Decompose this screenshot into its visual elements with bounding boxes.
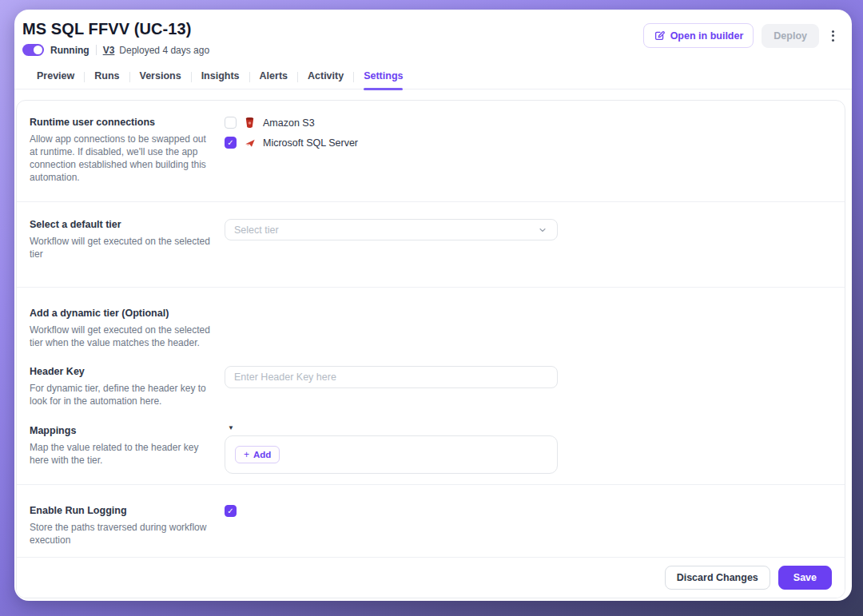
tab-preview[interactable]: Preview — [37, 66, 74, 89]
connection-label: Amazon S3 — [263, 117, 315, 129]
tab-separator — [191, 72, 192, 82]
tab-activity[interactable]: Activity — [308, 66, 344, 89]
header-key-input[interactable] — [225, 366, 558, 388]
tab-separator — [84, 72, 85, 82]
connection-label: Microsoft SQL Server — [263, 137, 358, 149]
section-dynamic-tier: Add a dynamic tier (Optional) Workflow w… — [17, 288, 845, 354]
tab-insights[interactable]: Insights — [201, 66, 240, 89]
section-title: Enable Run Logging — [30, 505, 215, 516]
deployed-text: Deployed 4 days ago — [119, 45, 209, 56]
sql-server-icon — [244, 137, 256, 149]
app-window: MS SQL FFVV (UC-13) Running V3 Deployed … — [14, 10, 852, 601]
open-in-builder-label: Open in builder — [670, 30, 744, 42]
header-left: MS SQL FFVV (UC-13) Running V3 Deployed … — [22, 20, 209, 56]
run-logging-checkbox[interactable] — [225, 505, 237, 517]
settings-card-body: Runtime user connections Allow app conne… — [17, 101, 845, 557]
section-description: Store the paths traversed during workflo… — [30, 521, 215, 546]
header-actions: Open in builder Deploy — [643, 20, 839, 48]
add-mapping-button[interactable]: + Add — [235, 446, 280, 463]
tab-separator — [249, 72, 250, 82]
status-label: Running — [50, 45, 89, 56]
chevron-down-icon — [536, 224, 548, 236]
section-description: Map the value related to the header key … — [30, 441, 215, 467]
section-default-tier: Select a default tier Workflow will get … — [17, 202, 845, 288]
add-mapping-label: Add — [253, 450, 271, 459]
sql-server-checkbox[interactable] — [225, 137, 237, 149]
section-title: Runtime user connections — [30, 117, 215, 128]
tier-select[interactable]: Select tier — [225, 219, 558, 240]
open-in-builder-button[interactable]: Open in builder — [643, 23, 754, 48]
mappings-box: + Add — [225, 435, 558, 474]
connection-option-sql-server: Microsoft SQL Server — [225, 137, 832, 149]
section-header-key: Header Key For dynamic tier, define the … — [17, 354, 845, 412]
plus-icon: + — [244, 450, 249, 459]
app-header: MS SQL FFVV (UC-13) Running V3 Deployed … — [14, 10, 852, 56]
section-title: Select a default tier — [30, 219, 215, 230]
section-run-logging: Enable Run Logging Store the paths trave… — [17, 485, 845, 551]
kebab-menu-icon[interactable] — [827, 27, 839, 45]
edit-pencil-icon — [654, 30, 666, 42]
section-title: Add a dynamic tier (Optional) — [30, 308, 215, 319]
section-description: Workflow will get executed on the select… — [30, 235, 215, 260]
settings-card: Runtime user connections Allow app conne… — [16, 100, 845, 598]
section-description: Allow app connections to be swapped out … — [30, 133, 215, 184]
amazon-s3-checkbox[interactable] — [225, 117, 237, 129]
tab-runs[interactable]: Runs — [94, 66, 119, 89]
section-description: Workflow will get executed on the select… — [30, 324, 215, 349]
tab-alerts[interactable]: Alerts — [260, 66, 288, 89]
section-node-logging: Enable Node Level Logging Store the inpu… — [17, 551, 845, 557]
save-button[interactable]: Save — [778, 566, 832, 590]
toggle-knob — [34, 46, 42, 54]
running-toggle[interactable] — [22, 44, 44, 56]
connection-option-amazon-s3: Amazon S3 — [225, 117, 832, 129]
section-mappings: Mappings Map the value related to the he… — [17, 412, 845, 485]
tier-select-placeholder: Select tier — [234, 225, 279, 236]
status-divider — [96, 45, 97, 55]
tab-separator — [353, 72, 354, 82]
amazon-s3-icon — [244, 117, 256, 129]
tab-settings[interactable]: Settings — [364, 66, 403, 89]
section-description: For dynamic tier, define the header key … — [30, 382, 215, 407]
deploy-button[interactable]: Deploy — [762, 24, 819, 48]
tabs-row: Preview Runs Versions Insights Alerts Ac… — [14, 66, 852, 89]
tab-versions[interactable]: Versions — [140, 66, 181, 89]
discard-changes-button[interactable]: Discard Changes — [665, 566, 770, 590]
page-title: MS SQL FFVV (UC-13) — [22, 20, 209, 38]
status-row: Running V3 Deployed 4 days ago — [22, 44, 209, 56]
collapse-triangle-icon[interactable]: ▼ — [228, 425, 832, 431]
section-runtime-connections: Runtime user connections Allow app conne… — [17, 101, 845, 202]
section-title: Mappings — [30, 425, 215, 436]
card-footer: Discard Changes Save — [17, 557, 845, 598]
section-title: Header Key — [30, 366, 215, 377]
tab-separator — [129, 72, 130, 82]
tab-separator — [297, 72, 298, 82]
version-link[interactable]: V3 — [103, 45, 115, 56]
